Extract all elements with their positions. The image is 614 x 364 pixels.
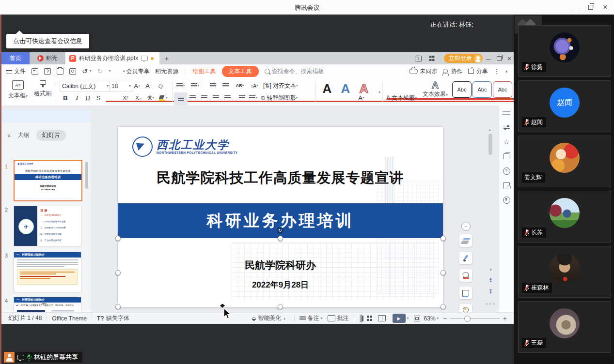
- meeting-restore-button[interactable]: [584, 2, 597, 13]
- wordart-style-1[interactable]: A: [322, 84, 332, 93]
- docer-resource-menu[interactable]: 稻壳资源: [153, 64, 182, 78]
- text-tools-tab[interactable]: 文本工具: [219, 64, 262, 78]
- slide-sorter-button[interactable]: [367, 316, 372, 321]
- zoom-level[interactable]: 63%: [424, 315, 436, 322]
- highlight-button[interactable]: ▾: [158, 93, 168, 103]
- align-left-button[interactable]: [174, 92, 188, 106]
- selection-handle[interactable]: [441, 236, 446, 241]
- text-effect-button[interactable]: A 文本效果▾: [422, 80, 448, 98]
- text-direction-button[interactable]: AB▾: [235, 81, 245, 91]
- tab-slides[interactable]: 幻灯片: [36, 130, 66, 141]
- print-preview-button[interactable]: [66, 64, 79, 78]
- redo-button[interactable]: ↻: [94, 64, 106, 78]
- wps-minimize-button[interactable]: —: [484, 54, 493, 62]
- print-button[interactable]: [54, 64, 66, 78]
- align-right-button[interactable]: [199, 93, 209, 103]
- selection-handle[interactable]: [115, 236, 121, 241]
- template-settings-button[interactable]: [502, 181, 511, 190]
- shape-style-2[interactable]: Abc: [472, 81, 492, 98]
- tab-home[interactable]: 首页: [1, 52, 30, 64]
- duplicate-button[interactable]: [502, 152, 511, 161]
- tab-document[interactable]: P 科研业务办理培训.pptx: [65, 52, 159, 64]
- collapse-panel-button[interactable]: «: [7, 132, 11, 139]
- font-name-select[interactable]: Calibri (正文)▾: [60, 81, 111, 91]
- selection-handle[interactable]: [278, 304, 283, 309]
- next-slide-button[interactable]: ▼▼: [487, 289, 494, 294]
- tab-list-button[interactable]: 1: [413, 54, 423, 62]
- slideshow-play-button[interactable]: ▶: [393, 314, 406, 323]
- shape-style-1[interactable]: Abc: [452, 81, 472, 98]
- participant-tile[interactable]: 王磊: [518, 301, 611, 353]
- save-button[interactable]: [29, 64, 41, 78]
- selection-handle[interactable]: [441, 270, 446, 275]
- collaborate-button[interactable]: 协作: [440, 64, 465, 78]
- brush-tool-button[interactable]: [459, 252, 472, 264]
- participant-tile[interactable]: 长苏: [518, 191, 611, 243]
- scroll-down-icon[interactable]: ▼: [487, 269, 494, 272]
- participant-tile[interactable]: 徐扬: [518, 25, 611, 77]
- normal-view-button[interactable]: [359, 314, 363, 323]
- paragraph-spacing-button[interactable]: ▾: [249, 93, 258, 103]
- effects-button[interactable]: ☆: [502, 137, 511, 146]
- ribbon-collapse-button[interactable]: ▾: [106, 64, 113, 78]
- collapse-ribbon-button[interactable]: ▾: [503, 64, 514, 78]
- properties-button[interactable]: [502, 123, 511, 132]
- format-painter-button[interactable]: 格式刷: [32, 80, 53, 98]
- tab-outline[interactable]: 大纲: [17, 131, 30, 139]
- frame-tool-button[interactable]: [459, 287, 472, 299]
- member-menu[interactable]: ▾会员专享: [120, 64, 153, 78]
- layers-tool-button[interactable]: [459, 234, 472, 247]
- drag-handle-icon[interactable]: [503, 111, 510, 115]
- increase-font-button[interactable]: A+: [132, 81, 142, 91]
- canvas-scrollbar[interactable]: [488, 134, 492, 155]
- missing-font-label[interactable]: 缺失字体: [106, 314, 129, 322]
- wordart-more-button[interactable]: ▾: [375, 88, 384, 97]
- align-center-button[interactable]: [188, 93, 197, 103]
- distribute-button[interactable]: [222, 93, 232, 103]
- selection-handle[interactable]: [278, 236, 283, 241]
- theme-name[interactable]: Office Theme: [52, 315, 87, 322]
- add-slide-button[interactable]: +: [41, 299, 47, 309]
- zoom-slider[interactable]: [450, 318, 500, 319]
- clear-format-button[interactable]: ◇: [155, 80, 166, 91]
- zoom-in-button[interactable]: +: [503, 315, 507, 322]
- to-smartart-button[interactable]: ⧉ 转智能图形▾: [261, 93, 298, 103]
- slide-thumbnail-1[interactable]: ◉ 西北工业大学 民航学院科技工作高质量发展专题宣讲 科研业务办理培训 民航学院…: [14, 160, 82, 201]
- panel-scrollbar[interactable]: [85, 162, 88, 189]
- slide-thumbnail-2[interactable]: ✈ 目 录 一、科研系统功能简介 二、如何在线办理科研业务 三、如何查询个人科研…: [14, 206, 81, 246]
- meeting-close-button[interactable]: ×: [599, 2, 612, 13]
- draw-tools-tab[interactable]: 绘图工具: [190, 64, 219, 78]
- meeting-info-tooltip[interactable]: 点击可快速查看会议信息: [6, 34, 89, 48]
- italic-button[interactable]: I: [72, 93, 82, 103]
- sync-status[interactable]: 未同步: [406, 64, 440, 78]
- bullet-list-button[interactable]: ▾: [176, 81, 186, 91]
- new-tab-button[interactable]: +: [159, 52, 174, 64]
- quick-actions-button[interactable]: [502, 196, 511, 204]
- participant-tile[interactable]: 赵闻 赵闻: [518, 80, 611, 132]
- collapse-quick-tools-button[interactable]: −: [461, 222, 471, 231]
- more-options-icon[interactable]: ○○○: [486, 302, 496, 306]
- strikethrough-button[interactable]: S: [94, 93, 103, 103]
- subscript-button[interactable]: X₂: [133, 93, 143, 103]
- bold-button[interactable]: B: [61, 93, 70, 103]
- share-button[interactable]: 分享: [465, 64, 490, 78]
- underline-button[interactable]: U: [83, 93, 93, 103]
- numbered-list-button[interactable]: ▾: [190, 81, 200, 91]
- decrease-indent-button[interactable]: [208, 81, 218, 91]
- meeting-minimize-button[interactable]: —: [570, 2, 583, 13]
- workspace-grid-button[interactable]: [427, 54, 437, 62]
- wordart-style-3[interactable]: A: [359, 84, 369, 93]
- tab-docer[interactable]: 稻壳: [30, 52, 65, 64]
- rotate-handle[interactable]: ↻: [277, 227, 283, 234]
- shape-fill-tool-button[interactable]: [459, 269, 472, 282]
- export-button[interactable]: [41, 64, 54, 78]
- align-text-button[interactable]: [⇅] 对齐文本▾: [263, 81, 298, 91]
- text-outline-button[interactable]: A 文本轮廓▾: [386, 93, 417, 103]
- superscript-button[interactable]: X²: [121, 93, 130, 103]
- participant-tile[interactable]: 姜文辉: [518, 136, 611, 187]
- phonetic-guide-button[interactable]: 变▾: [146, 93, 156, 103]
- fit-to-window-button[interactable]: [414, 316, 420, 321]
- undo-button[interactable]: ↺▾: [79, 64, 94, 78]
- zoom-slider-knob[interactable]: [464, 316, 471, 322]
- scroll-up-icon[interactable]: ▲: [488, 128, 491, 131]
